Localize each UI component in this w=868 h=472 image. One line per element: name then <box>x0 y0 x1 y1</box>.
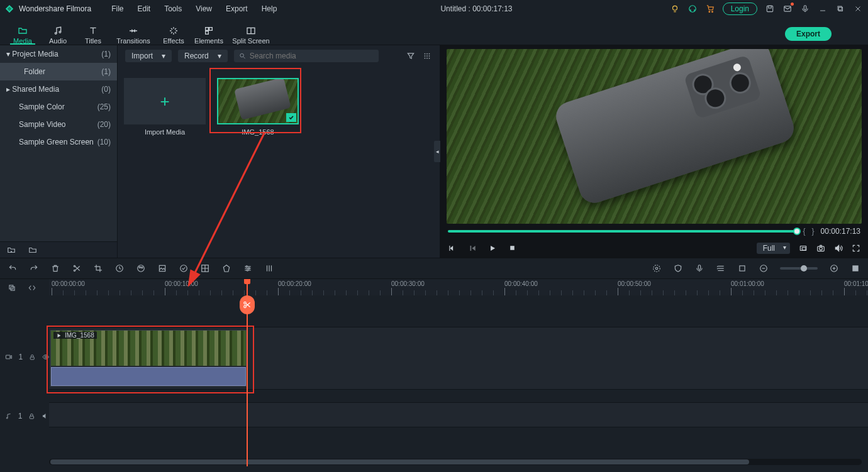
delete-icon[interactable] <box>50 263 60 273</box>
search-box[interactable] <box>234 50 379 62</box>
speed-icon[interactable] <box>114 263 125 273</box>
zoom-out-icon[interactable] <box>759 263 769 273</box>
tab-media[interactable]: Media <box>5 17 40 45</box>
sidebar-item-sample-color[interactable]: Sample Color(25) <box>0 98 117 116</box>
undo-icon[interactable] <box>8 263 18 273</box>
eye-icon[interactable] <box>42 353 49 361</box>
svg-marker-36 <box>450 246 453 251</box>
filter-icon[interactable] <box>406 51 416 61</box>
search-input[interactable] <box>250 52 374 60</box>
play-icon[interactable] <box>488 244 497 253</box>
tab-titles[interactable]: Titles <box>75 17 111 45</box>
svg-point-16 <box>55 33 57 35</box>
import-dropdown[interactable]: Import▾ <box>125 50 172 62</box>
prev-frame-icon[interactable] <box>448 244 457 253</box>
track-manager-icon[interactable] <box>716 263 726 273</box>
window-restore-icon[interactable] <box>835 4 845 14</box>
menu-edit[interactable]: Edit <box>131 3 157 14</box>
split-icon[interactable] <box>72 263 82 273</box>
audio-track-1[interactable] <box>49 402 868 427</box>
new-folder-icon[interactable] <box>6 245 16 255</box>
auto-ripple-icon[interactable] <box>28 283 36 292</box>
media-clip-tile[interactable]: IMG_1568 <box>217 78 299 136</box>
tab-audio[interactable]: Audio <box>40 17 75 45</box>
keyframe-icon[interactable] <box>179 263 189 273</box>
mark-out-icon[interactable]: } <box>812 227 815 236</box>
adjust-icon[interactable] <box>243 263 253 273</box>
preview-video[interactable] <box>447 49 862 224</box>
tab-effects[interactable]: Effects <box>156 17 191 45</box>
app-name: Wondershare Filmora <box>19 4 91 13</box>
stop-icon[interactable] <box>508 244 516 253</box>
green-screen-icon[interactable] <box>157 263 167 273</box>
window-minimize-icon[interactable] <box>818 4 828 14</box>
message-icon[interactable] <box>782 4 793 14</box>
menu-view[interactable]: View <box>189 3 218 14</box>
timeline-clip[interactable]: IMG_1568 <box>50 330 247 387</box>
step-back-icon[interactable] <box>468 244 477 253</box>
tab-transitions-label: Transitions <box>116 37 150 45</box>
import-media-tile[interactable]: + Import Media <box>124 78 206 136</box>
timeline-playhead[interactable] <box>247 279 248 466</box>
sidebar-item-sample-video[interactable]: Sample Video(20) <box>0 116 117 133</box>
snap-icon[interactable] <box>737 263 747 273</box>
mic-icon[interactable] <box>800 4 810 14</box>
volume-icon[interactable] <box>834 244 843 253</box>
tab-transitions[interactable]: Transitions <box>111 17 156 45</box>
zoom-in-icon[interactable] <box>829 263 839 273</box>
menu-tools[interactable]: Tools <box>158 3 188 14</box>
clip-thumbnail[interactable] <box>217 78 299 124</box>
zoom-fit-icon[interactable] <box>850 263 860 273</box>
grid-view-icon[interactable] <box>422 51 432 61</box>
panel-collapse-handle[interactable]: ◂ <box>434 141 440 162</box>
tab-elements[interactable]: Elements <box>191 17 226 45</box>
sidebar-item-folder[interactable]: Folder(1) <box>0 63 117 80</box>
lock-icon[interactable] <box>29 354 35 361</box>
save-icon[interactable] <box>765 4 775 14</box>
svg-rect-38 <box>470 246 472 251</box>
svg-marker-40 <box>491 246 495 251</box>
record-dropdown[interactable]: Record▾ <box>178 50 228 62</box>
sidebar-item-project-media[interactable]: ▾ Project Media(1) <box>0 45 117 63</box>
sidebar-item-shared-media[interactable]: ▸ Shared Media(0) <box>0 80 117 98</box>
preview-scrub-bar[interactable]: { } 00:00:17:13 <box>447 224 862 239</box>
sidebar-item-sample-green[interactable]: Sample Green Screen(10) <box>0 133 117 151</box>
svg-rect-10 <box>804 6 806 10</box>
idea-icon[interactable] <box>670 4 680 14</box>
chevron-down-icon: ▾ <box>6 50 10 58</box>
support-icon[interactable] <box>687 4 698 14</box>
tab-split-screen[interactable]: Split Screen <box>226 17 275 45</box>
quality-select[interactable]: Full <box>757 243 790 254</box>
marker-icon[interactable] <box>221 263 231 273</box>
color-icon[interactable] <box>136 263 146 273</box>
timeline-ruler[interactable]: 00:00:00:0000:00:10:0000:00:20:0000:00:3… <box>49 279 868 295</box>
crop-icon[interactable] <box>93 263 103 273</box>
window-close-icon[interactable] <box>853 4 863 14</box>
tab-split-label: Split Screen <box>232 37 269 45</box>
timeline-scrollbar[interactable] <box>49 459 862 465</box>
render-icon[interactable] <box>652 263 662 273</box>
folder-icon[interactable] <box>28 245 38 255</box>
lock-icon[interactable] <box>28 413 35 420</box>
cart-icon[interactable] <box>705 4 715 14</box>
login-button[interactable]: Login <box>723 3 757 15</box>
mark-in-icon[interactable]: { <box>803 227 806 236</box>
fullscreen-icon[interactable] <box>852 244 860 253</box>
zoom-slider[interactable] <box>780 267 818 270</box>
export-button[interactable]: Export <box>785 27 832 41</box>
mute-icon[interactable] <box>42 412 49 420</box>
detach-audio-icon[interactable] <box>200 263 210 273</box>
voiceover-icon[interactable] <box>694 263 704 273</box>
snapshot-icon[interactable] <box>816 244 825 253</box>
guard-icon[interactable] <box>673 263 683 273</box>
mixer-icon[interactable] <box>264 263 274 273</box>
menu-help[interactable]: Help <box>255 3 284 14</box>
track-dup-icon[interactable] <box>8 283 16 292</box>
menu-file[interactable]: File <box>105 3 130 14</box>
popup-icon[interactable] <box>799 244 808 253</box>
scrub-handle[interactable] <box>793 228 801 235</box>
menu-export[interactable]: Export <box>220 3 254 14</box>
svg-point-33 <box>425 58 426 59</box>
redo-icon[interactable] <box>29 263 39 273</box>
video-track-1[interactable]: IMG_1568 <box>49 327 868 390</box>
